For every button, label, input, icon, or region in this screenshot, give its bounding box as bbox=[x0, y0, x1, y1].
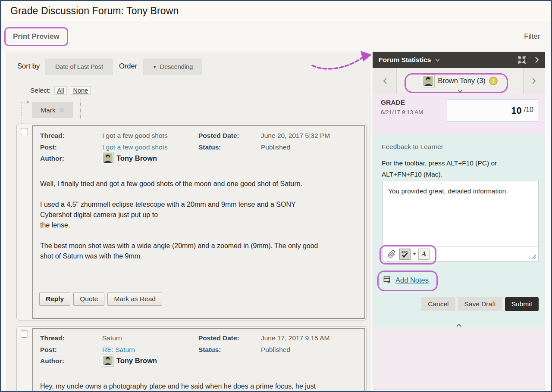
post-body: Hey, my uncle owns a photography place a… bbox=[40, 381, 364, 392]
author-label: Author: bbox=[40, 357, 64, 365]
collapse-strip[interactable] bbox=[373, 322, 545, 328]
grade-section: GRADE 6/21/17 9:13 AM 10 /10 bbox=[373, 93, 545, 134]
select-label: Select: bbox=[30, 87, 50, 94]
toolbar-separator bbox=[80, 100, 81, 120]
needs-grading-icon: ! bbox=[489, 77, 498, 85]
sort-by-button[interactable]: Date of Last Post bbox=[45, 59, 113, 75]
thread-value: I got a few good shots bbox=[102, 132, 168, 140]
submit-button[interactable]: Submit bbox=[505, 297, 539, 311]
feedback-text: You provided great, detailed information… bbox=[383, 181, 538, 201]
forum-statistics-header[interactable]: Forum Statistics bbox=[373, 52, 545, 68]
author-avatar bbox=[102, 152, 113, 164]
order-label: Order bbox=[119, 62, 137, 70]
grade-input[interactable]: 10 /10 bbox=[447, 99, 538, 122]
save-draft-button[interactable]: Save Draft bbox=[458, 297, 502, 311]
grade-label: GRADE bbox=[381, 99, 405, 106]
add-notes-link[interactable]: Add Notes bbox=[395, 276, 429, 284]
resize-handle[interactable] bbox=[530, 253, 536, 259]
spell-check-icon: ABC bbox=[401, 250, 409, 258]
title-band: Grade Discussion Forum: Tony Brown bbox=[1, 1, 551, 20]
post-checkbox[interactable] bbox=[21, 330, 28, 338]
grade-date: 6/21/17 9:13 AM bbox=[381, 109, 423, 115]
collapsed-section bbox=[373, 328, 545, 389]
chevron-down-icon bbox=[435, 58, 440, 62]
post-link[interactable]: I got a few good shots bbox=[102, 143, 168, 151]
caret-down-icon bbox=[413, 253, 416, 255]
chevron-up-icon bbox=[456, 324, 462, 327]
select-all-link[interactable]: All bbox=[54, 86, 66, 95]
post-actions: Reply Quote Mark as Read bbox=[39, 292, 162, 306]
select-none-link[interactable]: None bbox=[71, 86, 91, 95]
author-label: Author: bbox=[40, 155, 64, 162]
double-chevron-down-icon bbox=[59, 107, 65, 113]
post-content: Thread: Saturn Posted Date: June 17, 201… bbox=[32, 328, 365, 392]
student-name: Brown Tony (3) bbox=[438, 77, 486, 85]
post-label: Post: bbox=[40, 143, 57, 151]
mark-button[interactable]: Mark bbox=[32, 102, 73, 118]
grade-discussion-window: Grade Discussion Forum: Tony Brown Print… bbox=[0, 0, 552, 392]
cancel-button[interactable]: Cancel bbox=[421, 297, 455, 311]
post-body: Well, I finally tried and got a few good… bbox=[40, 179, 364, 272]
attach-file-button[interactable] bbox=[386, 249, 397, 260]
author-name: Tony Brown bbox=[116, 357, 157, 365]
paperclip-icon bbox=[388, 250, 396, 258]
thread-label: Thread: bbox=[40, 132, 65, 140]
order-value: Descending bbox=[160, 63, 193, 70]
action-bar: Print Preview Filter bbox=[1, 21, 551, 52]
post-link[interactable]: RE: Saturn bbox=[102, 346, 135, 354]
select-row: Select: All None bbox=[30, 86, 91, 95]
post-label: Post: bbox=[40, 346, 57, 354]
mark-as-read-button[interactable]: Mark as Read bbox=[107, 292, 162, 306]
thread-label: Thread: bbox=[40, 334, 65, 342]
quote-button[interactable]: Quote bbox=[73, 292, 104, 306]
add-notes[interactable]: Add Notes bbox=[383, 276, 429, 284]
status-value: Published bbox=[261, 346, 290, 354]
author-avatar bbox=[102, 355, 113, 366]
author-name: Tony Brown bbox=[116, 154, 157, 162]
posts-panel: Sort by Date of Last Post Order ▼ Descen… bbox=[6, 52, 371, 391]
student-avatar bbox=[422, 75, 434, 87]
student-selector[interactable]: Brown Tony (3) ! bbox=[397, 68, 523, 93]
toolbar-hint: For the toolbar, press ALT+F10 (PC) or A… bbox=[382, 158, 528, 180]
posted-date-label: Posted Date: bbox=[198, 334, 239, 342]
post-item-2: Thread: Saturn Posted Date: June 17, 201… bbox=[16, 326, 367, 392]
status-label: Status: bbox=[198, 143, 221, 151]
thread-value: Saturn bbox=[102, 334, 122, 342]
forum-statistics-title: Forum Statistics bbox=[379, 56, 431, 64]
order-button[interactable]: ▼ Descending bbox=[143, 59, 202, 75]
reply-button[interactable]: Reply bbox=[39, 292, 70, 306]
filter-button[interactable]: Filter bbox=[524, 32, 540, 40]
post-checkbox[interactable] bbox=[21, 128, 28, 135]
collapse-panel-chevron-icon[interactable] bbox=[535, 56, 539, 63]
add-notes-icon bbox=[383, 276, 392, 284]
chevron-right-icon bbox=[532, 78, 536, 84]
grade-out-of: /10 bbox=[524, 106, 533, 114]
editor-toolbar: ABC A bbox=[383, 246, 538, 261]
feedback-section: Feedback to Learner For the toolbar, pre… bbox=[373, 134, 545, 322]
next-student-button[interactable] bbox=[523, 68, 545, 93]
descending-icon: ▼ bbox=[153, 65, 157, 69]
status-value: Published bbox=[261, 143, 290, 151]
print-preview-highlight: Print Preview bbox=[4, 27, 68, 46]
expand-icon[interactable] bbox=[518, 56, 526, 64]
post-paragraph: The best moon shot was with a wide angle… bbox=[40, 241, 364, 261]
post-paragraph: Hey, my uncle owns a photography place a… bbox=[40, 381, 364, 392]
tree-elbow-arrow-icon bbox=[19, 100, 32, 126]
post-paragraph: Well, I finally tried and got a few good… bbox=[40, 179, 364, 189]
post-paragraph: I used a 4.5" zhummell eclipse telescope… bbox=[40, 199, 364, 230]
text-style-button[interactable]: A bbox=[418, 249, 430, 260]
feedback-editor[interactable]: You provided great, detailed information… bbox=[383, 181, 539, 261]
posted-date-value: June 17, 2017 9:15 AM bbox=[261, 334, 329, 342]
post-content: Thread: I got a few good shots Posted Da… bbox=[32, 125, 365, 319]
previous-student-button[interactable] bbox=[373, 68, 397, 93]
student-navigation: Brown Tony (3) ! bbox=[373, 68, 545, 93]
page-title: Grade Discussion Forum: Tony Brown bbox=[10, 5, 179, 17]
spell-check-button[interactable]: ABC bbox=[399, 249, 411, 260]
spell-check-dropdown[interactable] bbox=[413, 253, 416, 255]
print-preview-button[interactable]: Print Preview bbox=[6, 29, 66, 44]
posted-date-value: June 20, 2017 5:32 PM bbox=[261, 132, 330, 140]
resize-grip-icon bbox=[530, 253, 536, 259]
feedback-label: Feedback to Learner bbox=[382, 143, 443, 151]
feedback-buttons: Cancel Save Draft Submit bbox=[421, 297, 539, 311]
chevron-down-icon bbox=[457, 90, 463, 93]
